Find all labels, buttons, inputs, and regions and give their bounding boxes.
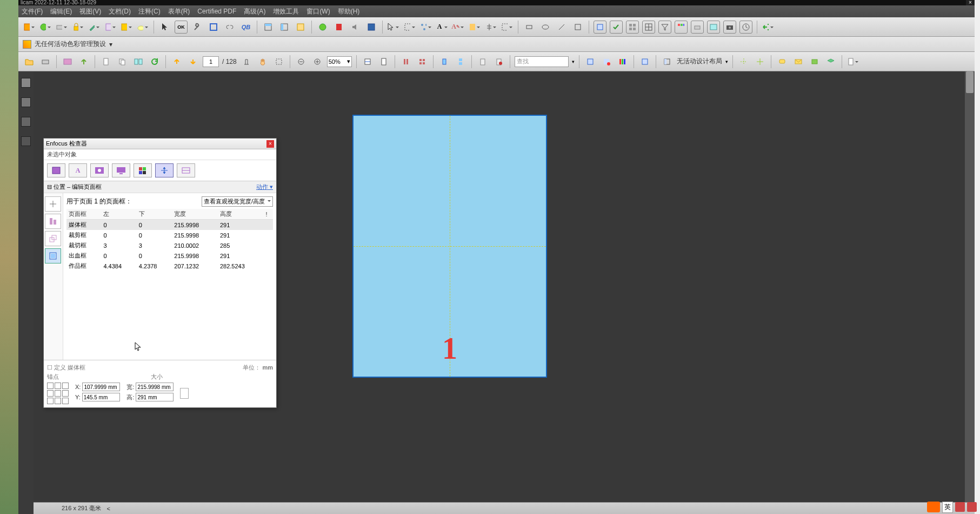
stack-icon[interactable] xyxy=(824,55,837,68)
fit-page-icon[interactable] xyxy=(377,55,390,68)
rail-pages-icon[interactable] xyxy=(21,78,31,88)
tool-new-icon[interactable] xyxy=(23,21,36,34)
anchor-grid[interactable] xyxy=(47,383,69,404)
panel-blue-icon[interactable] xyxy=(638,55,651,68)
tool-history-icon[interactable] xyxy=(739,21,752,34)
tool-add-icon[interactable] xyxy=(39,21,52,34)
rail-layers-icon[interactable] xyxy=(21,117,31,127)
tool-cursor-icon[interactable] xyxy=(158,21,171,34)
layers-green-icon[interactable] xyxy=(808,55,821,68)
layout-label[interactable]: 无活动设计布局 xyxy=(677,57,722,66)
hand-icon[interactable] xyxy=(256,55,269,68)
tool-qb-icon[interactable]: QB xyxy=(239,21,252,34)
table-row[interactable]: 作品框4.43844.2378207.1232282.5243 xyxy=(66,261,273,271)
tab-image-icon[interactable] xyxy=(90,163,109,177)
view-cont-icon[interactable] xyxy=(454,55,467,68)
tool-lock-icon[interactable] xyxy=(71,21,84,34)
th-left[interactable]: 左 xyxy=(101,209,136,220)
tray-icon-2[interactable] xyxy=(967,502,977,512)
table-row[interactable]: 媒体框00215.9998291 xyxy=(66,220,273,230)
mail-icon[interactable] xyxy=(792,55,805,68)
tool-line-icon[interactable] xyxy=(555,21,568,34)
inspector-close-button[interactable]: × xyxy=(266,140,274,148)
rainbow-icon[interactable] xyxy=(616,55,629,68)
upload-icon[interactable] xyxy=(77,55,90,68)
tool-color-icon[interactable] xyxy=(468,21,481,34)
nav-down-icon[interactable] xyxy=(186,55,199,68)
tool-rect-icon[interactable] xyxy=(523,21,536,34)
menu-window[interactable]: 窗口(W) xyxy=(306,7,330,16)
menu-advanced[interactable]: 高级(A) xyxy=(244,7,265,16)
lock-aspect-icon[interactable] xyxy=(180,388,189,399)
print-icon[interactable] xyxy=(39,55,52,68)
tab-separation-icon[interactable] xyxy=(134,163,152,177)
tool-image-icon[interactable] xyxy=(707,21,720,34)
tool-exit-icon[interactable] xyxy=(762,21,775,34)
action-dropdown[interactable]: 动作 ▾ xyxy=(256,183,273,191)
view-mode2-icon[interactable] xyxy=(416,55,429,68)
color-preset-chevron-icon[interactable]: ▾ xyxy=(109,41,112,48)
tool-pdf-icon[interactable] xyxy=(332,21,345,34)
view-single-icon[interactable] xyxy=(438,55,451,68)
h-input[interactable] xyxy=(136,393,174,401)
tool-disk-icon[interactable] xyxy=(365,21,378,34)
zoom-level-select[interactable]: 50%▾ xyxy=(327,56,352,67)
text-select-icon[interactable] xyxy=(240,55,253,68)
vertical-scrollbar[interactable] xyxy=(965,71,975,514)
tray-app-icon[interactable] xyxy=(927,502,940,512)
y-input[interactable] xyxy=(82,393,120,401)
search-input[interactable]: 查找 xyxy=(515,56,569,67)
open-icon[interactable] xyxy=(23,55,36,68)
tool-ok-icon[interactable]: OK xyxy=(175,21,188,34)
tool-filter-icon[interactable] xyxy=(658,21,671,34)
side-tab-move-icon[interactable] xyxy=(45,196,61,212)
vscroll-thumb[interactable] xyxy=(966,71,974,93)
panel-warn-icon[interactable] xyxy=(600,55,613,68)
menu-help[interactable]: 帮助(H) xyxy=(338,7,360,16)
tool-ellipse-icon[interactable] xyxy=(539,21,552,34)
th-box[interactable]: 页面框 xyxy=(66,209,101,220)
menu-forms[interactable]: 表单(R) xyxy=(168,7,190,16)
tool-zoom-fit-icon[interactable] xyxy=(594,21,606,34)
table-row[interactable]: 裁剪框00215.9998291 xyxy=(66,230,273,240)
view-mode-select[interactable]: 查看直观视觉宽度/高度 xyxy=(202,196,273,207)
tab-position-icon[interactable] xyxy=(155,163,174,177)
rail-signatures-icon[interactable] xyxy=(21,136,31,146)
nav-up-icon[interactable] xyxy=(170,55,183,68)
page-number-input[interactable] xyxy=(203,56,219,67)
tool-cloud-icon[interactable] xyxy=(136,21,149,34)
th-width[interactable]: 宽度 xyxy=(172,209,218,220)
zoom-out-icon[interactable] xyxy=(295,55,308,68)
menu-document[interactable]: 文档(D) xyxy=(109,7,131,16)
zoom-in-icon[interactable] xyxy=(311,55,324,68)
tool-audio-icon[interactable] xyxy=(349,21,362,34)
tool-print2-icon[interactable] xyxy=(691,21,704,34)
clipboard-icon[interactable] xyxy=(476,55,489,68)
tab-text-icon[interactable]: A xyxy=(69,163,87,177)
tool-select-icon[interactable] xyxy=(387,21,400,34)
side-tab-align-icon[interactable] xyxy=(45,214,61,229)
tool-grid1-icon[interactable] xyxy=(626,21,639,34)
th-bottom[interactable]: 下 xyxy=(137,209,172,220)
tray-icon-1[interactable] xyxy=(955,502,965,512)
menu-comment[interactable]: 注释(C) xyxy=(138,7,161,16)
refresh-icon[interactable] xyxy=(148,55,161,68)
side-tab-pagebox-icon[interactable] xyxy=(45,248,61,263)
tool-align-icon[interactable] xyxy=(484,21,497,34)
menu-edit[interactable]: 编辑(E) xyxy=(50,7,72,16)
email-icon[interactable] xyxy=(61,55,74,68)
view-mode1-icon[interactable] xyxy=(399,55,412,68)
tool-window1-icon[interactable] xyxy=(262,21,275,34)
tool-camera-icon[interactable] xyxy=(723,21,736,34)
tool-check-icon[interactable] xyxy=(610,21,623,34)
menu-file[interactable]: 文件(F) xyxy=(22,7,43,16)
tool-marquee-icon[interactable] xyxy=(403,21,416,34)
tool-nodes-icon[interactable] xyxy=(419,21,432,34)
tool-page-icon[interactable] xyxy=(104,21,117,34)
tool-marquee2-icon[interactable] xyxy=(501,21,514,34)
inspector-titlebar[interactable]: Enfocus 检查器 × xyxy=(44,139,276,149)
tool-text-icon[interactable]: A xyxy=(436,21,449,34)
panel-layout-icon[interactable] xyxy=(661,55,674,68)
fit-width-icon[interactable] xyxy=(361,55,374,68)
table-row[interactable]: 裁切框33210.0002285 xyxy=(66,240,273,251)
